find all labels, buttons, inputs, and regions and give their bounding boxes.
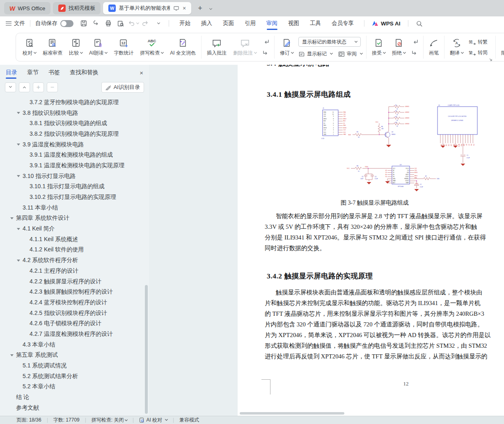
toc-item[interactable]: 3.8.2 指纹识别模块电路的实现原理 [0,129,144,139]
toc-item[interactable]: 4.3 本章小结 [0,340,144,350]
collapse-all-button[interactable] [5,82,16,92]
reject-change-button[interactable]: 拒绝 [389,34,409,60]
svg-text:C2: C2 [420,184,422,185]
page-indicator[interactable]: 页面: 18/36 [16,417,41,424]
horizontal-scrollbar[interactable] [240,412,344,415]
toc-item[interactable]: 5.2 系统测试结果分析 [0,371,144,382]
sidebar-tab-bookmarks[interactable]: 书签 [48,65,60,80]
sidebar-scrollbar[interactable] [145,285,148,414]
toc-item[interactable]: 4.2.4 蓝牙模块控制程序的设计 [0,297,144,308]
reviewers-button[interactable]: 审阅 [338,50,362,57]
redo-icon[interactable] [140,18,151,28]
writer-doc-icon: W [108,5,116,12]
tab-list-chevron-icon[interactable] [208,5,212,11]
toc-item[interactable]: 3.9 温湿度检测模块电路 [0,139,144,150]
menu-item-view[interactable]: 视图 [283,16,305,30]
compare-button[interactable]: 比较 [66,34,86,60]
toc-item[interactable]: 3.9.1 温湿度检测模块电路的组成 [0,150,144,160]
spell-check-status[interactable]: 拼写检查: 关闭 [92,417,128,424]
standard-review-button[interactable]: 标准审查 [39,34,66,60]
zoom-in-outline-button[interactable]: + [33,82,44,92]
tab-current-document[interactable]: W 基于单片机的智能衣柜控制系 × [103,2,191,14]
wps-ai-button[interactable]: WPS AI [369,21,403,27]
menu-item-review[interactable]: 审阅 [261,16,283,30]
print-preview-icon[interactable] [115,18,126,28]
toc-item[interactable]: 结 论 [0,392,144,403]
expand-all-button[interactable] [19,82,30,92]
screen-share-icon[interactable] [174,6,179,11]
search-icon[interactable] [414,18,425,28]
tab-wps-office[interactable]: W WPS Office [4,2,50,14]
file-menu[interactable]: 文件 [14,20,25,27]
toc-item[interactable]: 3.7.2 蓝牙控制模块电路的实现原理 [0,97,144,108]
toc-item[interactable]: 5.1 系统调试情况 [0,360,144,371]
next-change-button[interactable] [410,49,419,57]
sidebar-tab-contents[interactable]: 目录 [6,65,17,80]
undo-icon[interactable] [127,18,139,28]
insert-comment-button[interactable]: 插入批注 [204,34,230,60]
ai-proofread-button[interactable]: AI 校对 [139,417,167,424]
next-comment-button[interactable] [261,49,270,57]
new-tab-button[interactable]: + [198,4,202,13]
toc-item[interactable]: 5.2 本章小结 [0,382,144,392]
toc-item[interactable]: 4.2.7 温湿度检测模块程序的设计 [0,329,144,340]
toc-item[interactable]: 3.8 指纹识别模块电路 [0,108,144,119]
toc-item[interactable]: 3.9.1 温湿度检测模块电路的实现原理 [0,160,144,171]
ai-read-aloud-button[interactable]: AI朗读 [86,34,110,60]
menu-item-reference[interactable]: 引用 [239,16,261,30]
save-icon[interactable] [78,18,89,28]
toc-item[interactable]: 3.10.1 指示灯显示电路的组成 [0,182,144,192]
sidebar-tab-chapters[interactable]: 章节 [27,65,39,80]
autosave-toggle[interactable] [60,20,73,27]
menu-item-page[interactable]: 页面 [218,16,239,30]
menu-item-home[interactable]: 开始 [174,16,196,30]
track-changes-button[interactable]: 修订 [277,34,297,60]
simplified-to-traditional-button[interactable]: 简 转繁 [468,39,488,46]
word-count[interactable]: 字数: 17709 [53,417,80,424]
toc-item[interactable]: 4.1.1 Keil 系统概述 [0,234,144,245]
restrict-editing-button[interactable]: 限制编辑 [498,34,504,60]
previous-comment-button[interactable] [261,38,270,46]
markup-state-select[interactable]: 显示标记的最终状态 [298,37,361,47]
toc-item[interactable]: 4.2.2 触摸屏显示程序的设计 [0,276,144,287]
tab-docer-templates[interactable]: 找稻壳模板 [53,2,101,14]
spell-check-button[interactable]: ABC 拼写检查 [137,34,167,60]
print-icon[interactable] [103,18,114,28]
toc-item[interactable]: 第四章 系统软件设计 [0,213,144,224]
toc-item[interactable]: 4.2 系统软件程序分析 [0,255,144,266]
toc-item[interactable]: 4.2.6 电子锁模块程序的设计 [0,318,144,329]
toc-item[interactable]: 3.11 本章小结 [0,203,144,213]
previous-change-button[interactable] [410,38,419,46]
translate-button[interactable]: A 翻译 [447,34,467,60]
sidebar-tab-find-replace[interactable]: 查找和替换 [70,65,99,80]
menu-item-tools[interactable]: 工具 [305,16,326,30]
proofread-button[interactable]: 校对 [19,34,39,60]
menu-item-member[interactable]: 会员专享 [326,16,359,30]
toc-item[interactable]: 4.2.3 触摸屏触摸控制程序的设计 [0,287,144,297]
toc-item[interactable]: 4.1.2 Keil 软件的使用 [0,245,144,255]
accept-change-button[interactable]: 接受 [369,34,389,60]
toc-item[interactable]: 3.10.2 指示灯显示电路的实现原理 [0,192,144,203]
close-tab-icon[interactable]: × [183,5,186,11]
menu-item-insert[interactable]: 插入 [196,16,218,30]
expand-group-icon[interactable] [489,58,493,62]
word-count-button[interactable]: 12 字数统计 [110,34,137,60]
toc-item[interactable]: 4.2.1 主程序的设计 [0,266,144,276]
document-page[interactable]: 3.4 触摸显示屏电路 3.4.1 触摸显示屏电路组成 [238,65,504,416]
toc-item[interactable]: 参考文献 [0,403,144,413]
toc-item[interactable]: 3.10 指示灯显示电路 [0,171,144,182]
ai-recognize-toc-button[interactable]: AI识别目录 [101,82,144,93]
export-icon[interactable] [90,18,102,28]
ai-polish-button[interactable]: AI 全文润色 [167,34,199,60]
traditional-to-simplified-button[interactable]: 繁 转简 [468,49,488,56]
toc-item[interactable]: 第五章 系统测试 [0,350,144,361]
toc-item[interactable]: 4.1 Keil 简介 [0,223,144,234]
toc-item[interactable]: 4.2.5 指纹识别模块程序的设计 [0,308,144,319]
zoom-out-outline-button[interactable]: − [47,82,58,92]
quick-access-chevron-icon[interactable] [152,18,163,28]
close-sidebar-icon[interactable]: × [140,69,143,76]
show-markup-button[interactable]: 显示标记 [298,50,332,57]
hamburger-icon[interactable] [6,21,11,25]
toc-item[interactable]: 3.8.1 指纹识别模块电路的组成 [0,118,144,129]
ink-pen-button[interactable]: 画笔 [426,34,442,60]
